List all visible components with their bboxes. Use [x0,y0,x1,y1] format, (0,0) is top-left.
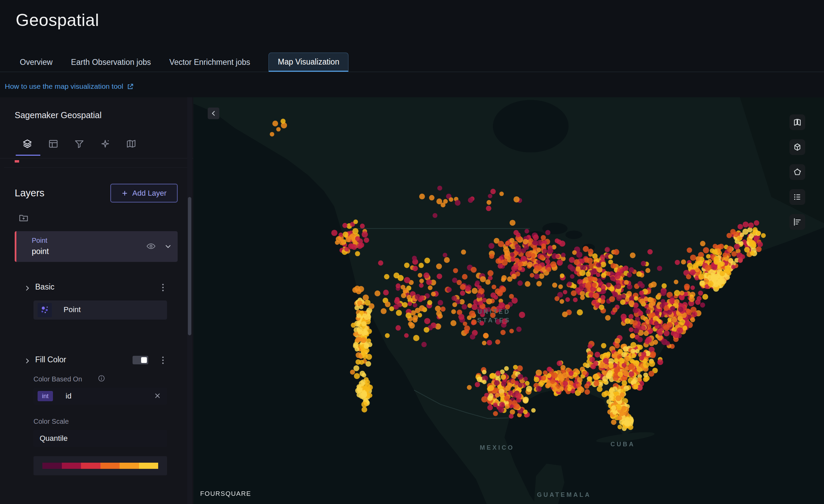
external-link-icon [127,83,134,90]
active-icon-underline [16,155,40,156]
fill-color-section-label[interactable]: Fill Color [35,355,66,364]
sidebar-divider-2 [4,167,189,168]
map-label-mexico: MEXICO [480,444,514,452]
clear-field-close-icon[interactable] [154,392,161,400]
color-based-on-label: Color Based On [33,375,82,383]
sidebar-divider [0,158,193,158]
basic-section-chevron-right-icon[interactable] [24,285,31,292]
point-type-selector[interactable]: Point [33,300,167,320]
layer-collapse-chevron-down-icon[interactable] [164,242,172,251]
basic-section-menu-icon[interactable] [159,283,167,292]
fill-color-chevron-right-icon[interactable] [24,358,31,364]
layers-heading: Layers [15,187,44,199]
layer-card-point[interactable]: Point point [15,231,178,262]
table-icon[interactable] [48,138,59,149]
map-label-guatemala: GUATEMALA [537,491,591,499]
layer-visibility-eye-icon[interactable] [146,241,156,251]
map-label-cuba: CUBA [610,440,635,449]
map-attribution: FOURSQUARE [200,490,251,498]
field-name-value: id [66,392,71,401]
filter-icon[interactable] [74,138,85,149]
tab-map-visualization[interactable]: Map Visualization [269,53,348,72]
tab-overview[interactable]: Overview [20,53,53,72]
color-field-input[interactable]: int id [33,388,167,405]
tab-bar: Overview Earth Observation jobs Vector E… [20,53,348,72]
basemap-icon[interactable] [126,138,137,149]
color-ramp [42,463,158,469]
help-link-label: How to use the map visualization tool [5,82,123,90]
page-title: Geospatial [16,10,99,30]
layer-color-accent [15,231,16,262]
color-scale-select[interactable]: Quantile [33,430,167,447]
help-link[interactable]: How to use the map visualization tool [5,82,134,90]
sidebar-title: Sagemaker Geospatial [15,110,101,120]
point-type-label: Point [64,305,81,314]
add-layer-button[interactable]: Add Layer [110,184,178,202]
chart-icon[interactable] [789,214,805,230]
cube-3d-icon[interactable] [789,139,805,155]
field-type-badge: int [38,391,53,401]
basic-section-label[interactable]: Basic [35,282,54,292]
point-type-icon [38,303,52,317]
layer-type-label: Point [32,237,47,244]
add-layer-group-icon[interactable] [18,213,29,223]
tab-vector-enrichment-jobs[interactable]: Vector Enrichment jobs [169,53,250,72]
sidebar-panel: Sagemaker Geospatial [0,97,193,504]
plus-icon [121,190,128,197]
sidebar-icon-bar [22,138,137,149]
tab-earth-observation-jobs[interactable]: Earth Observation jobs [71,53,151,72]
map-canvas-area[interactable]: UNITED STATES MEXICO CUBA GUATEMALA FOUR… [193,97,824,504]
legend-icon[interactable] [789,189,805,205]
interaction-icon[interactable] [100,138,111,149]
color-ramp-card[interactable] [33,456,167,475]
toggle-knob [141,357,147,363]
tab-bar-divider [0,72,824,72]
point-layer-dots [193,97,824,504]
fill-color-toggle[interactable] [133,356,148,364]
map-controls-toolbar [789,114,805,230]
add-layer-label: Add Layer [132,189,166,198]
map-label-united-states: UNITED STATES [477,308,511,325]
color-scale-value: Quantile [40,434,68,443]
sidebar-scrollbar-thumb[interactable] [188,197,191,335]
layers-icon[interactable] [22,138,33,149]
color-scale-label: Color Scale [33,418,69,425]
layer-name-label: point [32,247,49,256]
fill-color-menu-icon[interactable] [159,356,167,365]
split-map-icon[interactable] [789,114,805,130]
scrolled-layer-accent-tick [15,160,19,163]
polygon-draw-icon[interactable] [789,164,805,180]
info-icon[interactable] [98,375,105,382]
collapse-sidebar-button[interactable] [208,108,219,119]
